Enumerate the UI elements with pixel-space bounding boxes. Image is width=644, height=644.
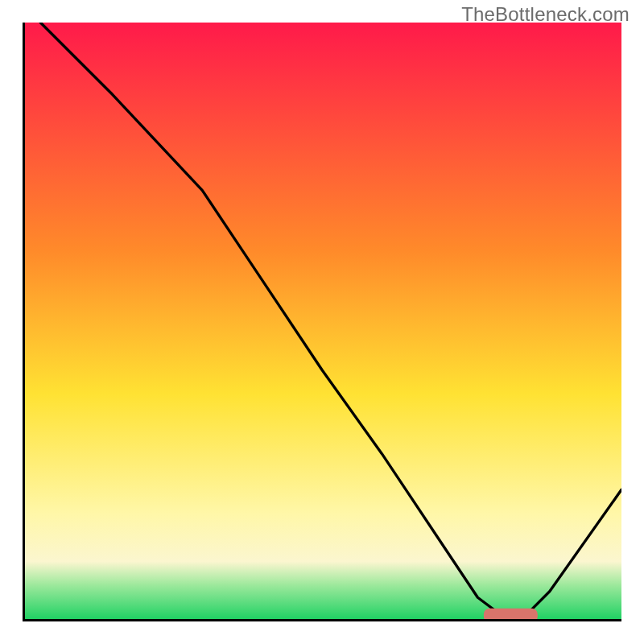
plot-area [23,23,621,621]
svg-rect-1 [484,609,538,621]
optimum-marker [23,23,621,621]
watermark-text: TheBottleneck.com [461,3,630,26]
chart-container: TheBottleneck.com [0,0,644,644]
